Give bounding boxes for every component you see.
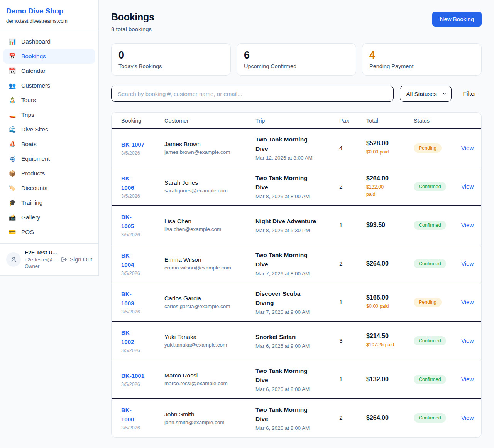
booking-id-link[interactable]: BK-1007 xyxy=(121,140,159,149)
booking-cell: BK- 1002 3/5/2026 xyxy=(121,328,164,353)
total-amount: $93.50 xyxy=(366,222,408,229)
sidebar-item-boats[interactable]: ⛵ Boats xyxy=(3,137,95,152)
status-badge: Pending xyxy=(414,143,442,153)
status-badge: Confirmed xyxy=(414,336,446,345)
customer-email: carlos.garcia@example.com xyxy=(164,303,250,309)
table-body: BK-1007 3/5/2026 James Brown james.brown… xyxy=(112,129,481,437)
customer-email: lisa.chen@example.com xyxy=(164,226,250,232)
sidebar-item-gallery[interactable]: 📸 Gallery xyxy=(3,210,95,225)
view-link[interactable]: View xyxy=(461,337,474,344)
trip-name: Two Tank Morning Dive xyxy=(255,366,334,385)
status-badge: Pending xyxy=(414,298,442,307)
sidebar-item-label: Discounts xyxy=(21,185,47,192)
sidebar-item-bookings[interactable]: 📅 Bookings xyxy=(3,49,95,64)
total-amount: $214.50 xyxy=(366,333,408,340)
booking-id-link[interactable]: BK-1001 xyxy=(121,371,159,381)
sidebar-item-label: Tours xyxy=(21,97,36,104)
booking-id-link[interactable]: BK- 1000 xyxy=(121,406,159,424)
table-header-row: Booking Customer Trip Pax Total Status xyxy=(112,113,481,129)
user-box: E2E Test U... e2e-tester@... Owner Sign … xyxy=(0,243,98,275)
sidebar-item-calendar[interactable]: 📆 Calendar xyxy=(3,64,95,78)
sidebar-item-products[interactable]: 📦 Products xyxy=(3,166,95,181)
status-cell: Confirmed xyxy=(414,182,461,191)
status-cell: Confirmed xyxy=(414,413,461,423)
trip-cell: Discover Scuba Diving Mar 7, 2026 at 9:0… xyxy=(255,289,339,315)
view-link[interactable]: View xyxy=(461,299,474,305)
user-email: e2e-tester@... xyxy=(25,256,57,263)
trips-icon: 🚤 xyxy=(8,111,16,118)
sidebar-item-dive-sites[interactable]: 🌊 Dive Sites xyxy=(3,122,95,137)
trip-name: Snorkel Safari xyxy=(255,332,334,342)
search-input[interactable] xyxy=(111,86,394,102)
bookings-table: Booking Customer Trip Pax Total Status B… xyxy=(111,112,482,438)
trip-cell: Two Tank Morning Dive Mar 12, 2026 at 8:… xyxy=(255,135,339,161)
view-link[interactable]: View xyxy=(461,260,474,267)
sidebar-item-customers[interactable]: 👥 Customers xyxy=(3,78,95,93)
col-header-booking: Booking xyxy=(121,118,164,124)
paid-amount: $132.00 paid xyxy=(366,184,408,198)
col-header-total: Total xyxy=(366,118,414,124)
sidebar-item-trips[interactable]: 🚤 Trips xyxy=(3,108,95,122)
sidebar-item-pos[interactable]: 💳 POS xyxy=(3,225,95,239)
gallery-icon: 📸 xyxy=(8,214,16,221)
equipment-icon: 🤿 xyxy=(8,155,16,162)
actions-cell: View xyxy=(461,145,472,152)
paid-amount: $107.25 paid xyxy=(366,341,408,349)
total-amount: $264.00 xyxy=(366,414,408,421)
customer-name: Marco Rossi xyxy=(164,372,250,379)
status-badge: Confirmed xyxy=(414,375,446,384)
sidebar-item-discounts[interactable]: 🏷️ Discounts xyxy=(3,181,95,195)
pax-cell: 4 xyxy=(339,145,366,152)
pax-cell: 1 xyxy=(339,376,366,383)
booking-id-link[interactable]: BK- 1005 xyxy=(121,212,159,231)
status-cell: Confirmed xyxy=(414,221,461,230)
paid-amount: $0.00 paid xyxy=(366,303,408,310)
customer-email: james.brown@example.com xyxy=(164,149,250,155)
customer-cell: Emma Wilson emma.wilson@example.com xyxy=(164,256,255,271)
sidebar-item-label: Customers xyxy=(21,82,50,89)
customer-cell: Carlos Garcia carlos.garcia@example.com xyxy=(164,295,255,309)
booking-date: 3/5/2026 xyxy=(121,382,159,387)
sidebar-item-training[interactable]: 🎓 Training xyxy=(3,195,95,210)
view-link[interactable]: View xyxy=(461,183,474,190)
customer-cell: Lisa Chen lisa.chen@example.com xyxy=(164,218,255,232)
view-link[interactable]: View xyxy=(461,145,474,151)
booking-cell: BK- 1005 3/5/2026 xyxy=(121,212,164,237)
booking-id-link[interactable]: BK- 1004 xyxy=(121,251,159,269)
view-link[interactable]: View xyxy=(461,414,474,421)
status-cell: Pending xyxy=(414,298,461,307)
trip-cell: Night Dive Adventure Mar 8, 2026 at 5:30… xyxy=(255,217,339,233)
trip-cell: Snorkel Safari Mar 6, 2026 at 9:00 AM xyxy=(255,332,339,349)
pax-cell: 1 xyxy=(339,222,366,229)
page-title-block: Bookings 8 total bookings xyxy=(111,12,154,32)
booking-id-link[interactable]: BK- 1006 xyxy=(121,174,159,192)
status-cell: Confirmed xyxy=(414,375,461,384)
total-bookings-count: 8 total bookings xyxy=(111,26,154,32)
sidebar-item-tours[interactable]: 🏝️ Tours xyxy=(3,93,95,108)
booking-id-link[interactable]: BK- 1002 xyxy=(121,328,159,347)
new-booking-button[interactable]: New Booking xyxy=(432,12,482,27)
booking-id-link[interactable]: BK- 1003 xyxy=(121,290,159,308)
view-link[interactable]: View xyxy=(461,222,474,228)
sidebar-item-equipment[interactable]: 🤿 Equipment xyxy=(3,152,95,166)
customer-name: Emma Wilson xyxy=(164,256,250,263)
stat-label: Today's Bookings xyxy=(118,63,223,69)
sidebar-item-label: Calendar xyxy=(21,67,46,74)
filter-button[interactable]: Filter xyxy=(458,90,482,97)
person-icon xyxy=(10,256,17,263)
trip-cell: Two Tank Morning Dive Mar 8, 2026 at 8:0… xyxy=(255,173,339,199)
dive-sites-icon: 🌊 xyxy=(8,126,16,133)
status-filter-select[interactable]: All Statuses xyxy=(400,86,452,102)
col-header-pax: Pax xyxy=(339,118,366,124)
sign-out-button[interactable]: Sign Out xyxy=(61,256,92,263)
total-cell: $214.50 $107.25 paid xyxy=(366,333,414,349)
table-row: BK- 1002 3/5/2026 Yuki Tanaka yuki.tanak… xyxy=(112,322,481,360)
view-link[interactable]: View xyxy=(461,376,474,382)
sidebar-item-dashboard[interactable]: 📊 Dashboard xyxy=(3,34,95,49)
pax-cell: 2 xyxy=(339,260,366,267)
customer-cell: Sarah Jones sarah.jones@example.com xyxy=(164,179,255,194)
stat-card: 4 Pending Payment xyxy=(362,43,482,76)
total-cell: $264.00 xyxy=(366,260,414,267)
table-row: BK-1007 3/5/2026 James Brown james.brown… xyxy=(112,129,481,167)
sidebar-item-label: Trips xyxy=(21,111,34,118)
